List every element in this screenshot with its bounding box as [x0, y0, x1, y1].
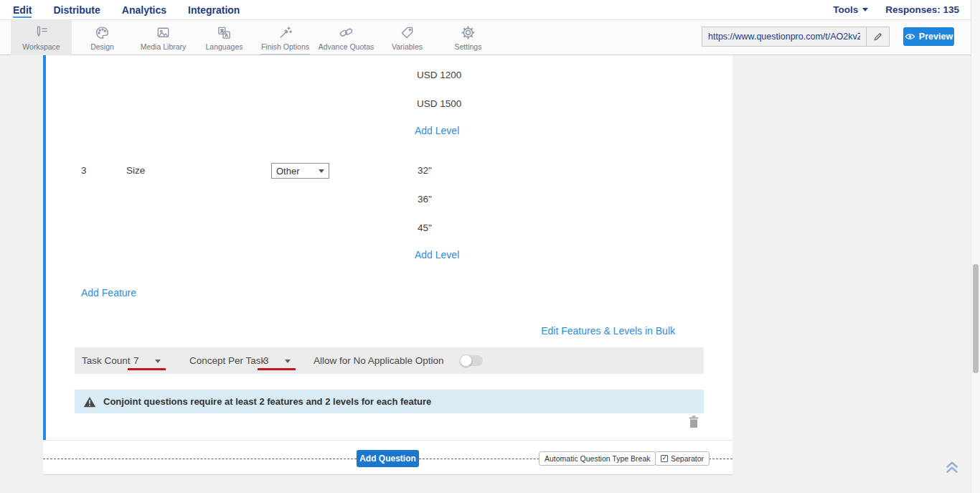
- toggle-knob: [460, 355, 472, 367]
- tools-dropdown[interactable]: Tools: [833, 4, 868, 15]
- auto-question-type-break-button[interactable]: Automatic Question Type Break: [539, 451, 656, 466]
- design-icon: [94, 24, 110, 41]
- no-applicable-toggle[interactable]: [461, 355, 483, 366]
- toolbar-item-finish-options[interactable]: Finish Options: [255, 20, 316, 55]
- conjoint-warning-bar: Conjoint questions require at least 2 fe…: [75, 390, 704, 413]
- separator-checkbox[interactable]: [661, 455, 668, 462]
- add-question-strip: Add Question Automatic Question Type Bre…: [43, 441, 732, 475]
- variables-icon: [399, 24, 415, 41]
- conjoint-question-card: USD 1200 USD 1500 Add Level 3 Size Other…: [43, 55, 732, 441]
- warning-icon: [83, 396, 96, 408]
- tab-analytics[interactable]: Analytics: [122, 1, 166, 19]
- toolbar-item-design[interactable]: Design: [72, 20, 133, 55]
- tools-label: Tools: [833, 4, 858, 15]
- feature-type-value: Other: [276, 166, 300, 177]
- scrollbar-thumb[interactable]: [973, 264, 979, 373]
- toolbar-label: Workspace: [22, 42, 60, 51]
- toolbar-label: Advance Quotas: [319, 42, 374, 51]
- eye-icon: [905, 32, 915, 41]
- toolbar-item-settings[interactable]: Settings: [438, 20, 499, 55]
- task-count-value[interactable]: 7: [133, 355, 139, 366]
- feature-number: 3: [81, 165, 87, 176]
- conjoint-settings-bar: Task Count 7 Concept Per Task 3 Allow fo…: [75, 347, 704, 374]
- questionpro-edit-page: Edit Distribute Analytics Integration To…: [0, 0, 980, 493]
- level-value[interactable]: 32": [418, 165, 432, 176]
- concept-per-task-underline: [258, 368, 296, 370]
- toolbar-label: Languages: [206, 42, 243, 51]
- workspace-toolbar: Workspace Design Media Library: [0, 20, 971, 55]
- toolbar-label: Settings: [455, 42, 482, 51]
- separator-toggle-button[interactable]: Separator: [655, 451, 710, 466]
- separator-label: Separator: [671, 454, 704, 463]
- pencil-icon: [873, 32, 883, 42]
- concept-per-task-value[interactable]: 3: [263, 355, 269, 366]
- bulk-edit-link[interactable]: Edit Features & Levels in Bulk: [541, 325, 675, 337]
- preview-label: Preview: [919, 32, 953, 42]
- survey-url-box: [702, 27, 890, 47]
- level-value[interactable]: USD 1500: [417, 98, 461, 109]
- chevron-down-icon: [862, 8, 868, 11]
- delete-question-icon[interactable]: [687, 415, 700, 428]
- toolbar-item-languages[interactable]: Languages: [194, 20, 255, 55]
- toolbar-item-workspace[interactable]: Workspace: [11, 20, 72, 55]
- toolbar-label: Finish Options: [261, 42, 309, 51]
- top-navigation: Edit Distribute Analytics Integration To…: [0, 0, 971, 20]
- chevron-down-icon[interactable]: [285, 360, 291, 363]
- feature-type-select[interactable]: Other: [271, 163, 329, 179]
- task-count-underline: [128, 368, 166, 370]
- chevron-down-icon: [319, 169, 324, 173]
- toolbar-item-variables[interactable]: Variables: [377, 20, 438, 55]
- toolbar-item-media-library[interactable]: Media Library: [133, 20, 194, 55]
- toolbar-items: Workspace Design Media Library: [11, 20, 499, 55]
- nav-tabs: Edit Distribute Analytics Integration: [0, 1, 240, 19]
- page-scrollbar: [971, 0, 980, 493]
- workspace-icon: [33, 24, 50, 41]
- edit-url-button[interactable]: [866, 27, 890, 47]
- chevron-down-icon[interactable]: [155, 360, 161, 363]
- concept-per-task-label: Concept Per Task: [189, 355, 265, 366]
- add-feature-link[interactable]: Add Feature: [81, 287, 136, 299]
- toolbar-label: Variables: [392, 42, 423, 51]
- warning-text: Conjoint questions require at least 2 fe…: [103, 396, 431, 407]
- nav-right: Tools Responses: 135: [833, 4, 971, 15]
- add-level-link[interactable]: Add Level: [415, 249, 459, 260]
- task-count-label: Task Count: [82, 355, 131, 366]
- tab-integration[interactable]: Integration: [188, 1, 240, 19]
- tab-edit[interactable]: Edit: [13, 1, 32, 19]
- add-question-button[interactable]: Add Question: [357, 450, 419, 467]
- tab-distribute[interactable]: Distribute: [53, 1, 100, 19]
- responses-count[interactable]: Responses: 135: [885, 4, 959, 15]
- add-level-link[interactable]: Add Level: [415, 125, 459, 136]
- toolbar-label: Design: [90, 42, 114, 51]
- level-value[interactable]: USD 1200: [417, 70, 461, 80]
- feature-name[interactable]: Size: [126, 165, 145, 176]
- settings-icon: [460, 24, 476, 41]
- scroll-to-top-icon[interactable]: [943, 457, 961, 476]
- preview-button[interactable]: Preview: [903, 27, 954, 46]
- languages-icon: [216, 24, 232, 41]
- no-applicable-label: Allow for No Applicable Option: [314, 355, 444, 366]
- toolbar-label: Media Library: [141, 42, 187, 51]
- level-value[interactable]: 36": [418, 194, 432, 205]
- toolbar-item-advance-quotas[interactable]: Advance Quotas: [316, 20, 377, 55]
- survey-url-input[interactable]: [702, 27, 866, 47]
- auto-break-label: Automatic Question Type Break: [545, 454, 650, 463]
- media-library-icon: [155, 24, 171, 41]
- level-value[interactable]: 45": [418, 222, 432, 233]
- advance-quotas-icon: [338, 24, 354, 41]
- finish-options-icon: [277, 24, 293, 41]
